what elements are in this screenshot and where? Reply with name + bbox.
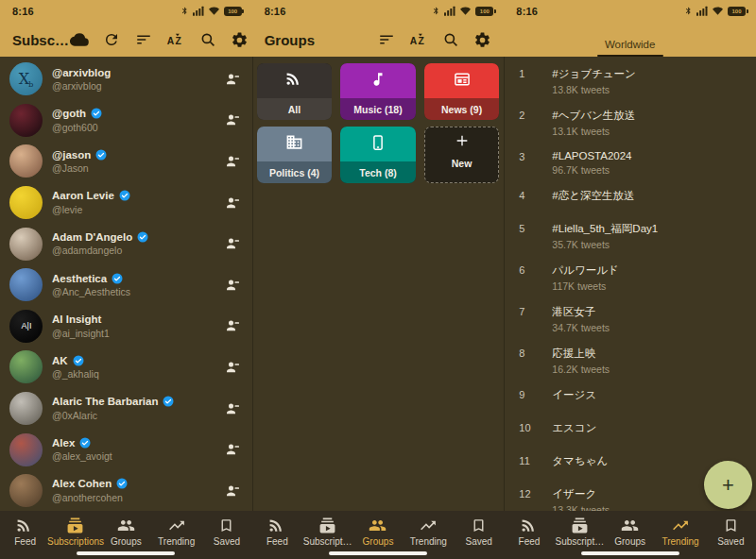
user-handle: @0xAlaric	[52, 410, 215, 421]
nav-item-subscript[interactable]: Subscript…	[555, 516, 605, 547]
trend-rank: 5	[519, 222, 552, 234]
clock: 8:16	[265, 6, 286, 17]
trend-name: #LAPOSTA2024	[552, 150, 743, 161]
trend-row[interactable]: 1 #ジョブチューン 13.8K tweets	[504, 60, 756, 102]
bookmark-icon	[723, 516, 739, 534]
nav-item-saved[interactable]: Saved	[201, 516, 251, 547]
subscription-row[interactable]: Alex @alex_avoigt	[0, 429, 252, 470]
sort-button[interactable]	[376, 29, 396, 50]
trend-row[interactable]: 3 #LAPOSTA2024 96.7K tweets	[504, 144, 756, 182]
subscription-row[interactable]: Alex Cohen @anothercohen	[0, 470, 252, 511]
nav-item-feed[interactable]: Feed	[0, 516, 50, 547]
nav-item-trending[interactable]: Trending	[151, 516, 201, 547]
group-tile-label: New	[425, 152, 499, 174]
group-tile[interactable]: Music (18)	[340, 63, 416, 120]
unsubscribe-button[interactable]	[224, 277, 241, 294]
wifi-icon	[208, 3, 220, 20]
subscription-row[interactable]: A|I AI Insight @ai_insight1	[0, 306, 252, 347]
trend-row[interactable]: 7 港区女子 34.7K tweets	[504, 298, 756, 340]
wifi-icon	[712, 3, 724, 20]
subscription-row[interactable]: Xb @arxivblog @arxivblog	[0, 59, 252, 100]
unsubscribe-button[interactable]	[224, 195, 241, 212]
settings-button[interactable]	[230, 29, 249, 50]
nav-item-feed[interactable]: Feed	[504, 516, 554, 547]
avatar	[9, 186, 43, 219]
trend-row[interactable]: 10 エスコン	[504, 415, 756, 448]
nav-item-groups[interactable]: Groups	[101, 516, 151, 547]
group-tile-label: All	[257, 98, 333, 120]
subscription-row[interactable]: Adam D'Angelo @adamdangelo	[0, 223, 252, 264]
trend-name: #ヘブバン生放送	[552, 109, 743, 123]
add-fab-button[interactable]: +	[704, 461, 752, 509]
gear-icon	[473, 31, 491, 49]
user-handle: @ai_insight1	[52, 328, 215, 339]
search-button[interactable]	[198, 29, 217, 50]
trending-icon	[419, 516, 438, 534]
group-tile[interactable]: Tech (8)	[340, 127, 416, 183]
subscription-row[interactable]: AK @_akhaliq	[0, 347, 252, 388]
verified-badge-icon	[116, 478, 128, 489]
groups-icon	[620, 516, 640, 534]
signal-icon	[193, 3, 204, 20]
app-bar: Subsc… AZ	[0, 23, 252, 57]
gear-icon	[231, 31, 249, 49]
sort-alpha-button[interactable]: AZ	[408, 29, 428, 50]
sort-alpha-icon: AZ	[166, 31, 184, 49]
subscription-row[interactable]: Alaric The Barbarian @0xAlaric	[0, 388, 252, 430]
unsubscribe-button[interactable]	[224, 71, 241, 88]
home-indicator[interactable]	[581, 551, 679, 555]
settings-button[interactable]	[472, 29, 492, 50]
trend-row[interactable]: 8 応援上映 16.2K tweets	[504, 340, 756, 381]
refresh-button[interactable]	[101, 29, 121, 50]
verified-badge-icon	[91, 108, 102, 119]
nav-item-saved[interactable]: Saved	[706, 516, 756, 547]
unsubscribe-button[interactable]	[224, 111, 241, 128]
plus-icon: +	[722, 473, 734, 498]
nav-item-trending[interactable]: Trending	[655, 516, 705, 547]
nav-item-trending[interactable]: Trending	[404, 516, 454, 547]
unsubscribe-button[interactable]	[224, 359, 241, 376]
home-indicator[interactable]	[329, 551, 427, 555]
sort-button[interactable]	[133, 29, 153, 50]
user-name: @arxivblog	[52, 67, 111, 78]
sort-icon	[135, 31, 152, 48]
nav-item-subscriptions[interactable]: Subscriptions	[50, 516, 100, 547]
trend-row[interactable]: 9 イージス	[504, 381, 756, 415]
home-indicator[interactable]	[77, 551, 175, 555]
unsubscribe-button[interactable]	[224, 441, 241, 458]
screen: 8:16 100 Subsc… AZ Xb	[0, 0, 756, 559]
unsubscribe-button[interactable]	[224, 400, 241, 417]
subscription-row[interactable]: Aesthetica @Anc_Aesthetics	[0, 264, 252, 306]
trend-row[interactable]: 2 #ヘブバン生放送 13.1K tweets	[504, 102, 756, 144]
unsubscribe-button[interactable]	[224, 483, 241, 500]
unsubscribe-button[interactable]	[224, 153, 241, 170]
unsubscribe-button[interactable]	[224, 235, 241, 252]
subscription-row[interactable]: @jason @Jason	[0, 141, 252, 182]
verified-badge-icon	[163, 396, 174, 407]
group-tile[interactable]: All	[257, 63, 333, 120]
trend-rank: 10	[519, 421, 552, 433]
trend-row[interactable]: 6 パルワールド 117K tweets	[504, 257, 756, 298]
nav-item-subscript[interactable]: Subscript…	[302, 516, 352, 547]
group-tile[interactable]: New	[424, 127, 500, 183]
group-tile[interactable]: Politics (4)	[257, 127, 333, 183]
trend-count: 96.7K tweets	[552, 164, 743, 176]
nav-item-feed[interactable]: Feed	[252, 516, 302, 547]
nav-item-saved[interactable]: Saved	[454, 516, 504, 547]
subscription-row[interactable]: Aaron Levie @levie	[0, 182, 252, 224]
user-name: Aesthetica	[52, 273, 107, 284]
user-name: Adam D'Angelo	[52, 231, 132, 243]
sort-alpha-button[interactable]: AZ	[165, 29, 185, 50]
search-button[interactable]	[440, 29, 460, 50]
subscription-row[interactable]: @goth @goth600	[0, 100, 252, 142]
unsubscribe-button[interactable]	[224, 317, 241, 334]
trend-row[interactable]: 4 #恋と深空生放送	[504, 182, 756, 215]
group-tile[interactable]: News (9)	[424, 63, 500, 120]
trend-rank: 2	[519, 109, 552, 121]
nav-item-groups[interactable]: Groups	[605, 516, 655, 547]
trend-row[interactable]: 5 #Liella_5th_福岡Day1 35.7K tweets	[504, 215, 756, 257]
tab-worldwide[interactable]: Worldwide	[597, 39, 663, 58]
clock: 8:16	[516, 6, 538, 17]
nav-item-groups[interactable]: Groups	[352, 516, 403, 547]
import-cloud-button[interactable]	[69, 29, 89, 50]
